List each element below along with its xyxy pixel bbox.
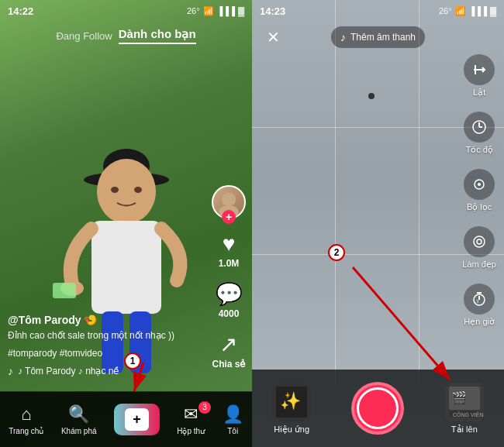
music-note-icon: ♪ — [8, 365, 13, 377]
flip-tool[interactable]: Lật — [464, 54, 495, 98]
svg-point-2 — [97, 159, 156, 224]
flip-label: Lật — [473, 88, 485, 98]
temp-right: 26° — [439, 6, 452, 15]
nav-add[interactable]: + — [114, 404, 160, 435]
right-panel: 14:23 26° 📶 ▐▐▐ ▓ ✕ ♪ Thêm âm thanh Lật … — [252, 0, 504, 447]
follow-label[interactable]: Đang Follow — [56, 30, 112, 42]
annotation-2: 2 — [328, 244, 345, 261]
comment-button[interactable]: 💬 4000 — [216, 281, 243, 319]
top-bar-left: Đang Follow Dành cho bạn — [0, 22, 252, 50]
beauty-label: Làm đẹp — [462, 260, 496, 270]
inbox-label: Hộp thư — [177, 427, 205, 435]
signal-icon: ▐▐▐ — [217, 6, 235, 15]
nav-home[interactable]: ⌂ Trang chủ — [9, 404, 43, 435]
close-button[interactable]: ✕ — [261, 26, 285, 49]
add-icon: + — [125, 408, 149, 431]
home-icon: ⌂ — [21, 404, 31, 425]
music-button[interactable]: ♪ Thêm âm thanh — [331, 26, 425, 48]
status-bar-left: 14:22 26° 📶 ▐▐▐ ▓ — [0, 0, 252, 22]
annotation-1: 1 — [124, 352, 141, 370]
nav-profile[interactable]: 👤 Tôi — [223, 404, 243, 435]
speed-label: Tốc độ — [465, 145, 492, 155]
svg-point-19 — [474, 236, 485, 247]
svg-text:✨: ✨ — [280, 390, 302, 411]
grid-v1 — [335, 0, 336, 385]
timer-tool[interactable]: 3 Hẹn giờ — [464, 284, 495, 327]
signal-icon-r: ▐▐▐ — [469, 6, 487, 15]
add-button-wrapper[interactable]: + — [114, 404, 160, 435]
temp-left: 26° — [187, 6, 200, 15]
svg-text:🎬: 🎬 — [451, 390, 467, 405]
top-bar-right: ✕ ♪ Thêm âm thanh — [252, 22, 504, 53]
follow-plus-button[interactable]: + — [222, 210, 236, 224]
video-hashtags: #tomparody #tomvideo — [8, 347, 205, 360]
for-you-label[interactable]: Dành cho bạn — [119, 27, 196, 44]
nav-inbox[interactable]: ✉ 3 Hộp thư — [177, 404, 205, 435]
share-icon: ↗ — [219, 332, 237, 357]
like-button[interactable]: ♥ 1.0M — [219, 232, 240, 269]
status-bar-right: 14:23 26° 📶 ▐▐▐ ▓ — [252, 0, 504, 22]
music-row[interactable]: ♪ ♪ Tôm Parody ♪ nhạc nề — [8, 365, 205, 377]
inbox-icon: ✉ — [184, 404, 198, 425]
wifi-icon: 📶 — [203, 6, 214, 16]
battery-icon-r: ▓ — [490, 6, 496, 15]
beauty-tool[interactable]: Làm đẹp — [462, 226, 496, 270]
upload-button[interactable]: 🎬CÔNG VIÊN Tải lên — [445, 383, 484, 435]
status-icons-left: 26° 📶 ▐▐▐ ▓ — [187, 6, 244, 16]
svg-rect-5 — [91, 221, 161, 314]
record-button[interactable] — [351, 382, 404, 435]
explore-label: Khám phá — [61, 427, 97, 435]
upload-icon: 🎬CÔNG VIÊN — [445, 383, 484, 421]
svg-rect-7 — [53, 283, 76, 298]
camera-controls: ✨ Hiệu ứng 🎬CÔNG VIÊN Tải lên — [252, 370, 504, 447]
speed-tool[interactable]: Tốc độ — [464, 112, 495, 155]
heart-icon: ♥ — [223, 232, 236, 256]
svg-point-3 — [111, 187, 119, 193]
scene-dot — [368, 93, 375, 99]
beauty-icon — [464, 226, 495, 257]
status-icons-right: 26° 📶 ▐▐▐ ▓ — [439, 6, 496, 16]
filter-label: Bộ lọc — [467, 202, 492, 212]
timer-icon: 3 — [464, 284, 495, 315]
right-sidebar: + ♥ 1.0M 💬 4000 ↗ Chia sẻ — [212, 185, 246, 370]
profile-icon: 👤 — [223, 404, 243, 425]
music-button-label: Thêm âm thanh — [350, 32, 416, 43]
camera-toolbar: Lật Tốc độ Bộ lọc Làm đẹp 3 Hẹn giờ — [462, 54, 496, 327]
upload-label: Tải lên — [451, 425, 478, 435]
timer-label: Hẹn giờ — [464, 317, 495, 327]
creator-avatar[interactable]: + — [212, 185, 246, 219]
music-note-icon-r: ♪ — [340, 31, 346, 43]
wifi-icon-r: 📶 — [455, 6, 466, 16]
effect-label: Hiệu ứng — [274, 425, 309, 435]
flip-icon — [464, 54, 495, 85]
nav-explore[interactable]: 🔍 Khám phá — [61, 404, 97, 435]
speed-icon — [464, 112, 495, 143]
svg-text:CÔNG VIÊN: CÔNG VIÊN — [453, 411, 483, 418]
comment-count: 4000 — [219, 308, 240, 319]
home-label: Trang chủ — [9, 427, 43, 435]
grid-v2 — [419, 0, 419, 385]
status-time-left: 14:22 — [8, 5, 33, 17]
record-button-inner — [357, 387, 399, 429]
search-icon: 🔍 — [68, 404, 89, 425]
svg-point-20 — [477, 239, 482, 244]
video-info: @Tôm Parody 🍤 Đỉnh cao chốt sale trong m… — [8, 314, 205, 377]
share-label: Chia sẻ — [212, 359, 245, 370]
svg-point-10 — [222, 192, 236, 206]
like-count: 1.0M — [219, 258, 240, 269]
bottom-nav: ⌂ Trang chủ 🔍 Khám phá + ✉ 3 Hộp thư 👤 T… — [0, 391, 252, 447]
left-panel: 14:22 26° 📶 ▐▐▐ ▓ Đang Follow Dành cho b… — [0, 0, 252, 447]
battery-icon: ▓ — [238, 6, 244, 15]
effect-icon: ✨ — [272, 383, 311, 421]
comment-icon: 💬 — [216, 281, 243, 307]
effect-button[interactable]: ✨ Hiệu ứng — [272, 383, 311, 435]
share-button[interactable]: ↗ Chia sẻ — [212, 332, 245, 370]
filter-icon — [464, 169, 495, 200]
profile-label: Tôi — [227, 427, 238, 435]
svg-point-4 — [134, 187, 142, 193]
video-description: Đỉnh cao chốt sale trong một nốt nhạc )) — [8, 329, 205, 342]
username[interactable]: @Tôm Parody 🍤 — [8, 314, 205, 326]
filter-tool[interactable]: Bộ lọc — [464, 169, 495, 212]
inbox-badge: 3 — [198, 401, 211, 414]
status-time-right: 14:23 — [260, 5, 285, 17]
